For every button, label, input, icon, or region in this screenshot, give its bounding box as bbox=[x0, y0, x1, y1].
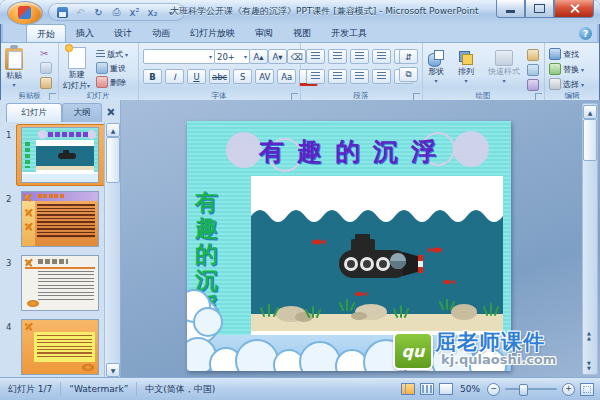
zoom-slider[interactable] bbox=[505, 388, 557, 390]
slide-thumbnail-1[interactable] bbox=[21, 127, 99, 183]
group-slides: 新建 幻灯片▾ 版式▾ 重设 删除 幻灯片 bbox=[58, 43, 139, 102]
justify-button[interactable] bbox=[372, 69, 391, 84]
copy-icon[interactable] bbox=[40, 62, 52, 74]
panel-scrollbar[interactable]: ▲ ▼ bbox=[104, 122, 120, 378]
tab-view[interactable]: 视图 bbox=[283, 24, 321, 43]
maximize-button[interactable] bbox=[525, 0, 554, 18]
paste-button[interactable]: 粘贴▾ bbox=[5, 48, 23, 88]
drawing-dialog-launcher[interactable] bbox=[535, 93, 542, 100]
bullets-button[interactable] bbox=[306, 49, 325, 64]
change-case-button[interactable]: Aa bbox=[277, 69, 296, 84]
new-slide-button[interactable]: 新建 幻灯片▾ bbox=[63, 47, 90, 91]
editor-scrollbar[interactable]: ▲ ▲▲ ▼▼ bbox=[582, 103, 598, 375]
tab-design[interactable]: 设计 bbox=[104, 24, 142, 43]
paragraph-dialog-launcher[interactable] bbox=[413, 93, 420, 100]
office-logo-icon bbox=[18, 6, 31, 19]
shape-effects-icon[interactable] bbox=[527, 79, 539, 91]
align-right-button[interactable] bbox=[350, 69, 369, 84]
increase-indent-button[interactable] bbox=[372, 49, 391, 64]
tab-review[interactable]: 审阅 bbox=[245, 24, 283, 43]
zoom-level[interactable]: 50% bbox=[458, 384, 482, 394]
delete-button[interactable]: 删除 bbox=[96, 76, 128, 88]
italic-button[interactable]: I bbox=[165, 69, 184, 84]
title-bar[interactable]: ↶ ↻ ⎙ x² x₂ ▾ 大班科学公开课《有趣的沉浮》PPT课件 [兼容模式]… bbox=[0, 0, 600, 24]
undo-icon[interactable]: ↶ bbox=[74, 6, 87, 19]
underline-button[interactable]: U bbox=[187, 69, 206, 84]
format-painter-icon[interactable] bbox=[40, 77, 52, 89]
quick-styles-button[interactable]: 快速样式▾ bbox=[488, 50, 520, 84]
slide-number: 3 bbox=[6, 258, 11, 268]
select-button[interactable]: 选择▾ bbox=[549, 78, 584, 90]
smartart-convert-icon[interactable]: ⧉ bbox=[399, 67, 418, 82]
save-icon[interactable] bbox=[56, 6, 69, 19]
align-left-button[interactable] bbox=[306, 69, 325, 84]
font-dialog-launcher[interactable] bbox=[291, 93, 298, 100]
tab-outline[interactable]: 大纲 bbox=[62, 103, 102, 122]
print-preview-icon[interactable]: ⎙ bbox=[110, 6, 123, 19]
shape-fill-icon[interactable] bbox=[527, 49, 539, 61]
slide-sorter-view-icon[interactable] bbox=[420, 383, 434, 395]
language-indicator[interactable]: 中文(简体，中国) bbox=[137, 383, 223, 396]
close-button[interactable] bbox=[554, 0, 594, 18]
superscript-icon[interactable]: x² bbox=[128, 6, 141, 19]
layout-button[interactable]: 版式▾ bbox=[96, 48, 128, 60]
text-shadow-button[interactable]: S bbox=[233, 69, 252, 84]
tab-insert[interactable]: 插入 bbox=[66, 24, 104, 43]
underwater-scene[interactable] bbox=[251, 176, 503, 338]
slide-thumbnail-3[interactable] bbox=[21, 255, 99, 311]
tab-slides-thumbnails[interactable]: 幻灯片 bbox=[6, 103, 62, 122]
slides-panel: 幻灯片 大纲 1 bbox=[0, 100, 121, 378]
editor-scroll-thumb[interactable] bbox=[583, 119, 597, 161]
tab-developer[interactable]: 开发工具 bbox=[321, 24, 377, 43]
shrink-font-button[interactable]: A▾ bbox=[268, 49, 287, 64]
slide-number: 1 bbox=[6, 130, 11, 140]
shapes-button[interactable]: 形状▾ bbox=[428, 50, 444, 84]
slide-thumbnail-4[interactable] bbox=[21, 319, 99, 375]
character-spacing-button[interactable]: AV bbox=[255, 69, 274, 84]
subscript-icon[interactable]: x₂ bbox=[146, 6, 159, 19]
slideshow-view-icon[interactable] bbox=[439, 383, 453, 395]
font-size-combo[interactable]: 20+▾ bbox=[214, 49, 250, 64]
strikethrough-button[interactable]: abc bbox=[209, 69, 230, 84]
text-direction-icon[interactable]: ⇵ bbox=[399, 49, 418, 64]
watermark-logo-icon: qu bbox=[393, 332, 433, 370]
tab-animations[interactable]: 动画 bbox=[142, 24, 180, 43]
grow-font-button[interactable]: A▴ bbox=[249, 49, 268, 64]
slide-thumbnail-2[interactable] bbox=[21, 191, 99, 247]
help-icon[interactable]: ? bbox=[579, 27, 592, 40]
arrange-button[interactable]: 排列▾ bbox=[458, 50, 474, 84]
scroll-down-icon[interactable]: ▼ bbox=[106, 363, 120, 377]
reset-button[interactable]: 重设 bbox=[96, 62, 128, 74]
zoom-in-icon[interactable]: + bbox=[562, 383, 575, 396]
cut-icon[interactable]: ✂ bbox=[40, 48, 52, 59]
zoom-out-icon[interactable]: − bbox=[487, 383, 500, 396]
align-center-button[interactable] bbox=[328, 69, 347, 84]
thumbnail-row-1: 1 bbox=[0, 124, 104, 186]
find-button[interactable]: 查找 bbox=[549, 48, 584, 60]
scroll-up-icon[interactable]: ▲ bbox=[583, 105, 597, 119]
previous-slide-icon[interactable]: ▲▲ bbox=[584, 328, 594, 342]
decorative-circle bbox=[226, 132, 262, 168]
office-button[interactable] bbox=[7, 1, 43, 25]
numbering-button[interactable] bbox=[328, 49, 347, 64]
next-slide-icon[interactable]: ▼▼ bbox=[584, 358, 594, 372]
font-name-combo[interactable]: ▾ bbox=[143, 49, 215, 64]
zoom-slider-thumb[interactable] bbox=[519, 384, 528, 396]
replace-button[interactable]: 替换▾ bbox=[549, 63, 584, 75]
decrease-indent-button[interactable] bbox=[350, 49, 369, 64]
clipboard-dialog-launcher[interactable] bbox=[49, 93, 56, 100]
shape-outline-icon[interactable] bbox=[527, 64, 539, 76]
tab-slideshow[interactable]: 幻灯片放映 bbox=[180, 24, 245, 43]
status-bar: 幻灯片 1/7 “Watermark” 中文(简体，中国) 50% − + bbox=[0, 377, 600, 400]
panel-scroll-thumb[interactable] bbox=[106, 137, 120, 183]
slide-title[interactable]: 有趣的沉浮 bbox=[259, 135, 499, 168]
close-panel-icon[interactable] bbox=[104, 106, 116, 118]
minimize-button[interactable] bbox=[496, 0, 525, 18]
bold-button[interactable]: B bbox=[143, 69, 162, 84]
group-paragraph: ⇵ ⧉ 段落 bbox=[300, 43, 423, 102]
tab-home[interactable]: 开始 bbox=[26, 24, 66, 43]
normal-view-icon[interactable] bbox=[401, 383, 415, 395]
scroll-up-icon[interactable]: ▲ bbox=[106, 123, 120, 137]
fit-to-window-icon[interactable] bbox=[580, 383, 594, 396]
redo-icon[interactable]: ↻ bbox=[92, 6, 105, 19]
